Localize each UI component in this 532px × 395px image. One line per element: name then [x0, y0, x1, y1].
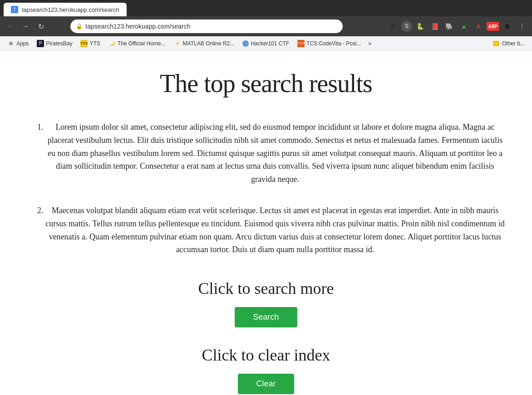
piratesbay-icon: P	[37, 40, 44, 47]
bookmark-matlab-label: MATLAB Online R2...	[183, 40, 235, 47]
refresh-icon: ↻	[38, 22, 44, 31]
menu-icon[interactable]: ⋮	[516, 20, 528, 33]
result-text-2: Maecenas volutpat blandit aliquam etiam …	[45, 206, 504, 254]
clear-button[interactable]: Clear	[238, 374, 294, 394]
bookmark-yts-label: YTS	[89, 40, 100, 47]
extension-icon-1[interactable]: S	[401, 21, 412, 32]
apps-grid-icon: ⊞	[7, 40, 15, 47]
back-button[interactable]: ←	[4, 20, 16, 33]
bookmark-piratesbay-label: PiratesBay	[46, 40, 72, 47]
refresh-button[interactable]: ↻	[34, 20, 47, 33]
yts-icon: YTS	[80, 40, 88, 47]
toolbar-icons: ☆ S 🐍 📕 🐘 ▲ A ABP ⚙ ⋮	[387, 20, 528, 33]
more-bookmarks-button[interactable]: »	[366, 39, 374, 49]
extension-icon-abp[interactable]: ABP	[487, 22, 499, 31]
other-bookmarks-button[interactable]: Other b...	[489, 39, 528, 49]
result-text-1: Lorem ipsum dolor sit amet, consectetur …	[48, 122, 502, 184]
hacker101-icon	[242, 40, 249, 47]
extension-icon-7[interactable]: ⚙	[501, 20, 514, 33]
bookmarks-bar: ⊞ Apps P PiratesBay YTS YTS 🌙 The Offici…	[0, 36, 532, 51]
results-list: Lorem ipsum dolor sit amet, consectetur …	[27, 121, 505, 256]
address-text: tapsearch123.herokuapp.com/search	[85, 23, 190, 30]
address-box[interactable]: 🔒 tapsearch123.herokuapp.com/search	[70, 20, 343, 33]
forward-icon: →	[22, 22, 29, 30]
clear-section: Click to clear index Clear	[27, 346, 505, 394]
other-bookmarks-label: Other b...	[502, 40, 525, 47]
browser-chrome: T tapsearch123.herokuapp.com/search ← → …	[0, 0, 532, 51]
tab-favicon: T	[11, 6, 18, 13]
extension-icon-2[interactable]: 🐍	[414, 20, 427, 33]
tcs-icon: TCS	[297, 40, 305, 47]
bookmark-piratesbay[interactable]: P PiratesBay	[33, 38, 76, 49]
tab-title: tapsearch123.herokuapp.com/search	[22, 6, 119, 13]
tab-bar: T tapsearch123.herokuapp.com/search	[0, 0, 532, 16]
bookmark-apps[interactable]: ⊞ Apps	[4, 38, 32, 49]
back-icon: ←	[6, 22, 14, 30]
result-item-1: Lorem ipsum dolor sit amet, consectetur …	[45, 121, 505, 186]
search-button[interactable]: Search	[235, 307, 297, 327]
bookmark-matlab[interactable]: ⚡ MATLAB Online R2...	[170, 38, 238, 49]
bookmark-hacker101-label: Hacker101 CTF	[251, 40, 289, 47]
page-title: The top search results	[27, 69, 505, 98]
bookmark-tcs[interactable]: TCS TCS:CodeVita - Posi...	[294, 38, 365, 49]
bookmark-apps-label: Apps	[16, 40, 29, 47]
lock-icon: 🔒	[76, 23, 83, 29]
bookmark-tcs-label: TCS:CodeVita - Posi...	[306, 40, 361, 47]
bookmark-hacker101[interactable]: Hacker101 CTF	[239, 39, 293, 49]
extension-icon-6[interactable]: A	[472, 20, 485, 33]
extension-icon-5[interactable]: ▲	[458, 20, 470, 33]
forward-button[interactable]: →	[19, 20, 32, 33]
bookmark-yts[interactable]: YTS YTS	[77, 38, 103, 49]
active-tab[interactable]: T tapsearch123.herokuapp.com/search	[4, 3, 127, 16]
search-more-title: Click to search more	[27, 279, 505, 298]
bookmark-official-home-label: The Official Home...	[118, 40, 166, 47]
matlab-icon: ⚡	[174, 40, 181, 47]
search-more-section: Click to search more Search	[27, 279, 505, 327]
star-icon[interactable]: ☆	[387, 20, 399, 33]
bookmark-official-home[interactable]: 🌙 The Official Home...	[105, 38, 169, 49]
extension-icon-4[interactable]: 🐘	[443, 20, 456, 33]
extension-icon-3[interactable]: 📕	[429, 20, 441, 33]
address-bar-row: ← → ↻ 🔒 tapsearch123.herokuapp.com/searc…	[0, 16, 532, 36]
bookmarks-folder-icon	[493, 41, 499, 46]
result-item-2: Maecenas volutpat blandit aliquam etiam …	[45, 204, 505, 256]
page-content: The top search results Lorem ipsum dolor…	[0, 51, 532, 395]
clear-index-title: Click to clear index	[27, 346, 505, 365]
official-home-icon: 🌙	[108, 40, 116, 47]
